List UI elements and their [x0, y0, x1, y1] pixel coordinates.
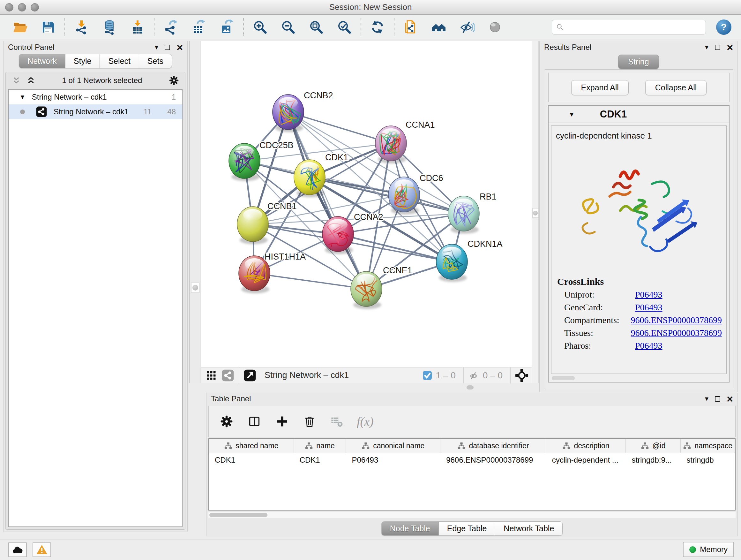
node-CDC6[interactable] [388, 177, 420, 214]
gene-disclosure-icon[interactable]: ▼ [568, 111, 575, 118]
cloud-status-button[interactable] [8, 543, 27, 557]
table-row[interactable]: CDK1CDK1P064939606.ENSP00000378699cyclin… [209, 453, 735, 467]
close-window-button[interactable] [5, 3, 13, 11]
tab-select[interactable]: Select [100, 54, 139, 68]
zoom-window-button[interactable] [30, 3, 39, 11]
network-canvas[interactable]: CCNB2CCNA1CDC25BCDK1CDC6RB1CCNB1CCNA2CDK… [201, 41, 532, 367]
left-splitter[interactable] [189, 41, 200, 383]
node-CDKN1A[interactable] [436, 244, 468, 282]
delete-column-icon[interactable] [302, 415, 317, 428]
right-splitter[interactable] [532, 41, 539, 383]
table-settings-gear-icon[interactable] [219, 415, 233, 428]
node-CCNB1[interactable] [237, 206, 268, 244]
node-CCNB2[interactable] [273, 95, 304, 132]
open-session-button[interactable] [12, 19, 28, 35]
bottom-splitter-grip[interactable] [467, 385, 474, 389]
zoom-out-button[interactable] [280, 19, 296, 35]
column-header-database-identifier[interactable]: database identifier [441, 439, 546, 453]
crosslink-value-link[interactable]: P06493 [635, 302, 663, 313]
gene-entry-header[interactable]: ▼ CDK1 [549, 106, 729, 123]
node-RB1[interactable] [448, 196, 479, 234]
float-results-icon[interactable] [715, 45, 720, 50]
birdseye-view-icon[interactable] [244, 369, 256, 382]
share-view-icon[interactable] [221, 369, 234, 382]
search-box[interactable] [552, 20, 706, 35]
grid-view-icon[interactable] [205, 370, 217, 381]
export-table-button[interactable] [191, 19, 207, 35]
node-CCNE1[interactable] [351, 271, 382, 309]
crosslink-value-link[interactable]: P06493 [635, 341, 663, 351]
memory-button[interactable]: Memory [683, 542, 734, 557]
memory-status-dot [689, 546, 696, 553]
expand-all-networks-icon[interactable] [11, 76, 21, 85]
collapse-results-icon[interactable]: ▾ [705, 43, 709, 51]
network-graph[interactable]: CCNB2CCNA1CDC25BCDK1CDC6RB1CCNB1CCNA2CDK… [201, 41, 532, 367]
column-header-shared-name[interactable]: shared name [209, 439, 294, 453]
help-button[interactable]: ? [716, 19, 731, 35]
column-header-namespace[interactable]: namespace [681, 439, 735, 453]
crosslink-value-link[interactable]: 9606.ENSP00000378699 [631, 328, 722, 338]
results-horizontal-scrollbar[interactable] [552, 376, 575, 380]
add-column-icon[interactable] [275, 415, 289, 428]
network-options-gear-icon[interactable] [169, 75, 179, 86]
expand-all-button[interactable]: Expand All [571, 80, 629, 95]
network-edges[interactable] [245, 112, 464, 289]
tab-network-table[interactable]: Network Table [495, 521, 562, 536]
disclosure-triangle-icon[interactable]: ▼ [19, 94, 25, 101]
close-table-icon[interactable]: × [727, 395, 733, 402]
column-header-description[interactable]: description [546, 439, 626, 453]
node-CCNA1[interactable] [375, 126, 407, 164]
zoom-in-button[interactable] [252, 19, 268, 35]
column-header-@id[interactable]: @id [626, 439, 681, 453]
warnings-button[interactable] [32, 543, 51, 557]
hidden-items-icon[interactable] [468, 370, 480, 381]
tab-style[interactable]: Style [65, 54, 100, 68]
minimize-window-button[interactable] [18, 3, 26, 11]
network-document-button[interactable] [403, 19, 419, 35]
collapse-all-networks-icon[interactable] [26, 76, 36, 85]
node-CDC25B[interactable] [229, 143, 260, 181]
float-panel-icon[interactable] [165, 45, 170, 50]
collapse-table-icon[interactable]: ▾ [705, 395, 709, 403]
network-collection-row[interactable]: ▼ String Network – cdk1 1 [9, 90, 182, 105]
collapse-all-button[interactable]: Collapse All [645, 80, 707, 95]
selected-nodes-checkbox[interactable] [422, 370, 432, 381]
home-button[interactable] [431, 19, 447, 35]
save-session-button[interactable] [40, 19, 56, 35]
table-horizontal-scrollbar[interactable] [208, 512, 736, 518]
import-network-button[interactable] [73, 19, 89, 35]
float-table-icon[interactable] [715, 396, 720, 401]
node-CCNA2[interactable] [322, 216, 354, 254]
hide-graphics-button[interactable] [459, 19, 475, 35]
column-header-name[interactable]: name [294, 439, 346, 453]
node-CDK1[interactable] [294, 160, 325, 197]
search-icon [555, 22, 565, 32]
import-network-database-button[interactable] [102, 19, 118, 35]
left-splitter-grip[interactable] [191, 283, 199, 293]
zoom-selected-button[interactable] [336, 19, 352, 35]
crosslink-value-link[interactable]: P06493 [635, 290, 663, 300]
tab-sets[interactable]: Sets [139, 54, 172, 68]
show-columns-icon[interactable] [247, 414, 262, 429]
import-table-button[interactable] [130, 19, 145, 35]
search-input[interactable] [565, 21, 702, 34]
export-network-button[interactable] [163, 19, 179, 35]
collapse-panel-icon[interactable]: ▾ [155, 43, 158, 51]
warning-icon [36, 544, 48, 556]
right-splitter-grip[interactable] [532, 208, 538, 218]
network-row[interactable]: String Network – cdk1 11 48 [9, 105, 182, 119]
zoom-fit-button[interactable] [308, 19, 324, 35]
crosslink-value-link[interactable]: 9606.ENSP00000378699 [631, 315, 722, 325]
tab-network[interactable]: Network [19, 54, 65, 68]
column-header-canonical-name[interactable]: canonical name [346, 439, 441, 453]
crosshair-icon[interactable] [515, 369, 529, 382]
apply-layout-button[interactable] [369, 19, 386, 35]
tab-node-table[interactable]: Node Table [381, 521, 439, 536]
export-image-button[interactable] [219, 19, 235, 35]
close-results-icon[interactable]: × [727, 44, 733, 51]
sphere-toggle-button[interactable] [487, 19, 503, 35]
close-panel-icon[interactable]: × [177, 44, 183, 51]
tab-edge-table[interactable]: Edge Table [439, 521, 495, 536]
scrollbar-thumb[interactable] [209, 513, 267, 517]
tab-string[interactable]: String [618, 55, 659, 69]
